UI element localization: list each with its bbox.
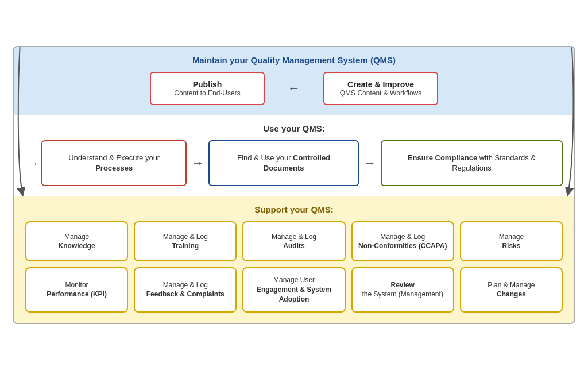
compliance-box: Ensure Compliance with Standards & Regul…: [381, 140, 563, 186]
entry-arrow: →: [25, 157, 41, 170]
middle-section: Use your QMS: → Understand & Execute you…: [14, 115, 574, 196]
middle-boxes-row: → Understand & Execute your Processes → …: [25, 140, 563, 186]
top-section-title: Maintain your Quality Management System …: [25, 55, 563, 65]
feedback-text: Manage & LogFeedback & Complaints: [140, 280, 231, 300]
middle-wrapper: Use your QMS: → Understand & Execute you…: [14, 115, 574, 196]
audits-text: Manage & LogAudits: [248, 232, 339, 252]
knowledge-text: ManageKnowledge: [31, 232, 122, 252]
engagement-text: Manage UserEngagement & System Adoption: [248, 275, 339, 304]
audits-box: Manage & LogAudits: [242, 221, 345, 261]
training-text: Manage & LogTraining: [140, 232, 231, 252]
knowledge-box: ManageKnowledge: [25, 221, 128, 261]
changes-box: Plan & ManageChanges: [460, 267, 563, 312]
compliance-bold: Ensure Compliance: [408, 153, 477, 162]
publish-title: Publish: [163, 80, 252, 89]
nonconformities-box: Manage & LogNon-Conformities (CCAPA): [351, 221, 454, 261]
nonconformities-text: Manage & LogNon-Conformities (CCAPA): [357, 232, 448, 252]
engagement-box: Manage UserEngagement & System Adoption: [242, 267, 345, 312]
training-box: Manage & LogTraining: [134, 221, 237, 261]
bottom-section-title: Support your QMS:: [25, 205, 563, 214]
processes-text: Understand & Execute your Processes: [53, 153, 175, 174]
performance-box: MonitorPerformance (KPi): [25, 267, 128, 312]
documents-bold: Controlled Documents: [264, 153, 330, 172]
publish-box: Publish Content to End-Users: [150, 72, 265, 105]
bottom-section: Support your QMS: ManageKnowledge Manage…: [14, 196, 574, 322]
mid-arrow-2: →: [359, 156, 381, 171]
documents-text: Find & Use your Controlled Documents: [220, 153, 347, 174]
create-title: Create & Improve: [336, 80, 425, 89]
documents-box: Find & Use your Controlled Documents: [208, 140, 358, 186]
risks-text: ManageRisks: [466, 232, 557, 252]
processes-bold: Processes: [95, 164, 133, 172]
changes-text: Plan & ManageChanges: [466, 280, 557, 300]
qms-diagram: Maintain your Quality Management System …: [13, 46, 575, 323]
review-text: Reviewthe System (Management): [357, 280, 448, 300]
middle-section-title: Use your QMS:: [25, 124, 563, 133]
performance-text: MonitorPerformance (KPi): [31, 280, 122, 300]
top-boxes-row: Publish Content to End-Users ← Create & …: [25, 72, 563, 105]
create-improve-box: Create & Improve QMS Content & Workflows: [323, 72, 438, 105]
top-arrow-left: ←: [288, 81, 300, 96]
mid-arrow-1: →: [187, 156, 208, 171]
processes-box: Understand & Execute your Processes: [41, 140, 187, 186]
bottom-grid: ManageKnowledge Manage & LogTraining Man…: [25, 221, 563, 312]
risks-box: ManageRisks: [460, 221, 563, 261]
compliance-text: Ensure Compliance with Standards & Regul…: [392, 153, 551, 174]
top-section: Maintain your Quality Management System …: [14, 47, 574, 115]
create-sub: QMS Content & Workflows: [336, 89, 425, 97]
feedback-box: Manage & LogFeedback & Complaints: [134, 267, 237, 312]
publish-sub: Content to End-Users: [163, 89, 252, 97]
review-box: Reviewthe System (Management): [351, 267, 454, 312]
